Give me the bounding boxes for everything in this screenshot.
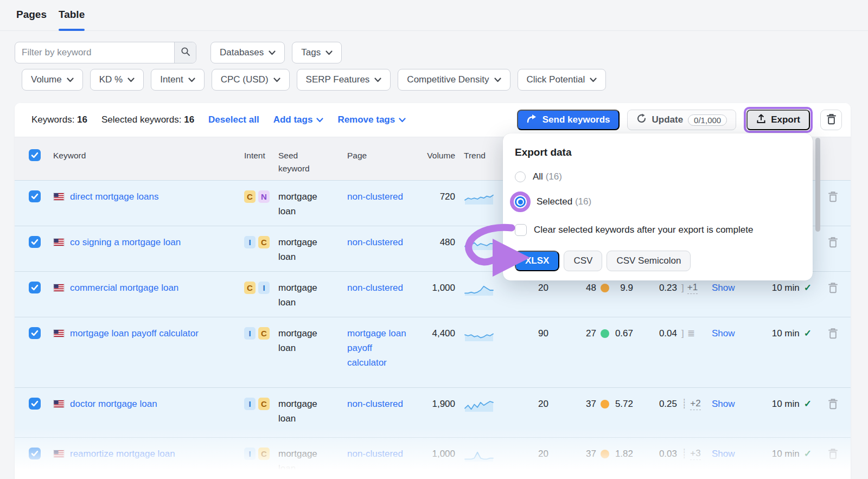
filter-label: CPC (USD) [221,74,269,85]
header-volume[interactable]: Volume [427,151,455,160]
deselect-all-link[interactable]: Deselect all [208,114,259,125]
filter-dropdown-serp-features[interactable]: SERP Features [297,69,391,91]
kd-dot-yellow [601,284,609,292]
keyword-link[interactable]: mortgage loan payoff calculator [70,326,199,341]
intent-badge-c: C [258,236,270,248]
filter-dropdown-competitive-density[interactable]: Competitive Density [398,69,510,91]
export-format-xlsx[interactable]: XLSX [515,251,559,271]
export-button[interactable]: Export [746,110,810,130]
filter-dropdown-volume[interactable]: Volume [22,69,83,91]
keyword-link[interactable]: commercial mortgage loan [70,280,178,295]
search-button[interactable] [174,42,196,63]
row-trash-icon[interactable] [828,282,838,317]
serp-more-link[interactable]: +3 [690,448,700,460]
kd-value: 37 [586,446,596,461]
intent-badge-c: C [244,190,256,203]
show-link[interactable]: Show [712,328,735,339]
row-trash-icon[interactable] [828,191,838,226]
intent-badges: CN [242,181,278,226]
search-icon [181,47,190,59]
volume-value: 480 [440,237,455,247]
keyword-link[interactable]: reamortize mortgage loan [70,446,175,461]
remove-tags-dropdown[interactable]: Remove tags [337,114,406,125]
add-tags-dropdown[interactable]: Add tags [273,114,324,125]
show-link[interactable]: Show [712,399,735,409]
export-format-csv-semicolon[interactable]: CSV Semicolon [607,251,691,271]
serp-more-link[interactable]: +2 [690,398,700,410]
row-checkbox[interactable] [29,398,41,410]
serp-features: ┊+2 [677,388,712,437]
row-checkbox[interactable] [29,282,41,293]
filter-dropdown-tags[interactable]: Tags [292,42,342,63]
filter-dropdown-kd-[interactable]: KD % [90,69,144,91]
seed-keyword: mortgage loan [278,191,317,216]
selected-keywords-count: Selected keywords: 16 [101,114,194,125]
metric-value: 9.9 [620,283,633,293]
export-clear-option[interactable]: Clear selected keywords after your expor… [515,223,813,237]
export-option-all[interactable]: All (16) [515,170,813,183]
tab-pages[interactable]: Pages [16,9,47,30]
keywords-table-card: Keywords: 16 Selected keywords: 16 Desel… [15,103,851,479]
row-trash-icon[interactable] [828,328,838,387]
vertical-scrollbar[interactable] [815,138,820,232]
page-link[interactable]: non-clustered [347,399,403,409]
radio-all[interactable] [515,171,526,182]
header-keyword[interactable]: Keyword [53,149,86,162]
header-page[interactable]: Page [347,151,367,160]
filter-dropdown-cpc-usd-[interactable]: CPC (USD) [212,69,290,91]
filter-dropdown-databases[interactable]: Databases [210,42,285,63]
serp-dots-icon: ┊ [681,397,687,411]
us-flag-icon [53,329,65,337]
cpc-value: 0.25 [659,399,677,409]
row-checkbox[interactable] [29,327,41,339]
show-link[interactable]: Show [712,283,735,293]
row-trash-icon[interactable] [828,448,838,479]
row-trash-icon[interactable] [828,398,838,437]
kd-value: 37 [586,397,596,411]
tab-table[interactable]: Table [59,9,85,30]
trend-sparkline [464,237,494,251]
clear-keywords-label: Clear selected keywords after your expor… [534,225,753,235]
page-link[interactable]: non-clustered [347,237,403,247]
row-checkbox[interactable] [29,190,41,202]
page-link[interactable]: non-clustered [347,449,403,459]
page-link[interactable]: non-clustered [347,283,403,293]
filter-label: Competitive Density [407,74,489,85]
keyword-link[interactable]: doctor mortgage loan [70,397,157,411]
page-link[interactable]: mortgage loan payoff calculator [347,328,406,368]
keyword-link[interactable]: co signing a mortgage loan [70,235,181,250]
kd-dot-green [601,329,609,338]
export-highlight-box: Export [744,107,813,133]
delete-keywords-button[interactable] [820,110,842,130]
filter-dropdown-intent[interactable]: Intent [151,69,205,91]
serp-more-link[interactable]: +1 [687,282,698,294]
export-format-csv[interactable]: CSV [564,251,602,271]
row-trash-icon[interactable] [828,237,838,271]
update-button[interactable]: Update 0/1,000 [627,110,736,130]
intent-badge-i: I [244,448,256,460]
export-option-selected[interactable]: Selected (16) [515,195,813,208]
clear-keywords-checkbox[interactable] [515,224,527,236]
send-icon [527,114,538,126]
updated-check-icon: ✓ [804,446,812,479]
header-intent[interactable]: Intent [244,149,265,180]
radio-selected[interactable] [515,196,526,207]
updated-value: 10 min [772,326,800,387]
keyword-link[interactable]: direct mortgage loans [70,189,158,204]
show-link[interactable]: Show [712,449,735,459]
row-checkbox[interactable] [29,448,41,459]
send-keywords-button[interactable]: Send keywords [517,110,620,130]
annotation-halo [510,191,531,212]
row-checkbox[interactable] [29,236,41,248]
keyword-filter-input[interactable] [15,42,174,63]
filter-dropdown-click-potential[interactable]: Click Potential [518,69,607,91]
intent-badge-c: C [258,327,270,340]
header-seed-keyword[interactable]: Seed keyword [278,151,310,173]
header-trend[interactable]: Trend [464,151,486,160]
page-link[interactable]: non-clustered [347,191,403,202]
intent-badge-i: I [244,398,256,410]
chevron-down-icon [374,74,381,85]
trend-sparkline [464,399,494,413]
select-all-checkbox[interactable] [29,149,41,161]
trend-sparkline [464,283,494,297]
